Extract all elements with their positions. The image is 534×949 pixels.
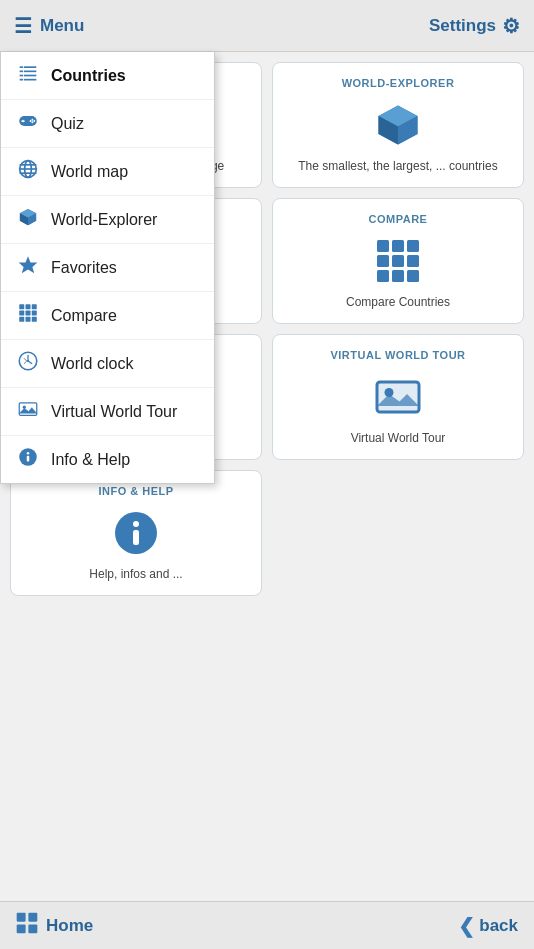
image-icon [374,373,422,421]
svg-rect-29 [133,530,139,545]
image-dropdown-icon [17,399,39,424]
gear-icon: ⚙ [502,14,520,38]
menu-button[interactable]: ☰ Menu [14,14,84,38]
dropdown-countries-label: Countries [51,67,126,85]
svg-rect-19 [392,270,404,282]
svg-rect-36 [20,79,23,81]
dropdown-item-world-clock[interactable]: World clock [1,340,214,388]
settings-button[interactable]: Settings ⚙ [429,14,520,38]
svg-rect-33 [24,71,37,73]
home-button[interactable]: Home [16,912,93,939]
svg-rect-16 [392,255,404,267]
svg-point-41 [31,119,33,121]
svg-rect-31 [24,66,37,68]
svg-point-44 [30,120,32,122]
dropdown-quiz-label: Quiz [51,115,84,133]
home-label: Home [46,916,93,936]
table-icon [17,303,39,328]
card-world-explorer-title: WORLD-EXPLORER [342,77,455,89]
cube-dropdown-icon [17,207,39,232]
cube-icon [374,101,422,149]
svg-rect-13 [392,240,404,252]
back-button[interactable]: ❮ back [458,914,518,938]
svg-rect-32 [20,71,23,73]
bottom-bar: Home ❮ back [0,901,534,949]
dropdown-menu: Countries Quiz World map [0,52,215,484]
svg-point-28 [133,521,139,527]
star-dropdown-icon [17,255,39,280]
home-grid-icon [16,912,38,939]
svg-rect-74 [28,924,37,933]
svg-rect-59 [26,311,31,316]
svg-rect-57 [32,304,37,309]
dropdown-favorites-label: Favorites [51,259,117,277]
card-compare[interactable]: COMPARE Compare Countries [272,198,524,324]
svg-rect-62 [26,317,31,322]
settings-label: Settings [429,16,496,36]
top-bar: ☰ Menu Settings ⚙ [0,0,534,52]
svg-rect-25 [377,382,419,412]
card-world-explorer-label: The smallest, the largest, ... countries [298,159,497,173]
svg-rect-58 [19,311,24,316]
svg-rect-37 [24,79,37,81]
dropdown-item-quiz[interactable]: Quiz [1,100,214,148]
dropdown-item-info-help[interactable]: Info & Help [1,436,214,483]
svg-rect-72 [28,913,37,922]
svg-rect-60 [32,311,37,316]
svg-rect-17 [407,255,419,267]
back-label: back [479,916,518,936]
card-info-help-title: INFO & HELP [98,485,173,497]
svg-rect-18 [377,270,389,282]
grid-icon [374,237,422,285]
svg-rect-34 [20,75,23,77]
svg-rect-30 [20,66,23,68]
dropdown-compare-label: Compare [51,307,117,325]
dropdown-info-help-label: Info & Help [51,451,130,469]
svg-point-42 [33,120,35,122]
svg-rect-35 [24,75,37,77]
card-virtual-tour[interactable]: VIRTUAL WORLD TOUR Virtual World Tour [272,334,524,460]
card-world-explorer[interactable]: WORLD-EXPLORER The smallest, the largest… [272,62,524,188]
info-dropdown-icon [17,447,39,472]
dropdown-item-world-map[interactable]: World map [1,148,214,196]
svg-rect-71 [17,913,26,922]
svg-rect-40 [21,120,25,121]
svg-rect-73 [17,924,26,933]
dropdown-world-clock-label: World clock [51,355,133,373]
svg-marker-54 [19,256,38,273]
clock-dropdown-icon [17,351,39,376]
card-virtual-tour-label: Virtual World Tour [351,431,446,445]
dropdown-item-virtual-tour[interactable]: Virtual World Tour [1,388,214,436]
svg-rect-20 [407,270,419,282]
dropdown-item-world-explorer[interactable]: World-Explorer [1,196,214,244]
svg-rect-15 [377,255,389,267]
svg-rect-56 [26,304,31,309]
dropdown-virtual-tour-label: Virtual World Tour [51,403,177,421]
info-icon [112,509,160,557]
globe-icon [17,159,39,184]
menu-label: Menu [40,16,84,36]
quiz-dropdown-icon [17,111,39,136]
svg-rect-63 [32,317,37,322]
dropdown-world-map-label: World map [51,163,128,181]
svg-point-43 [31,121,33,123]
card-virtual-tour-title: VIRTUAL WORLD TOUR [330,349,465,361]
dropdown-world-explorer-label: World-Explorer [51,211,157,229]
dropdown-item-countries[interactable]: Countries [1,52,214,100]
card-compare-title: COMPARE [369,213,428,225]
svg-rect-14 [407,240,419,252]
hamburger-icon: ☰ [14,14,32,38]
svg-rect-61 [19,317,24,322]
svg-rect-12 [377,240,389,252]
chevron-left-icon: ❮ [458,914,475,938]
svg-rect-70 [27,456,30,462]
svg-point-69 [27,452,30,455]
list-icon [17,63,39,88]
dropdown-item-compare[interactable]: Compare [1,292,214,340]
dropdown-item-favorites[interactable]: Favorites [1,244,214,292]
card-compare-label: Compare Countries [346,295,450,309]
card-info-help-label: Help, infos and ... [89,567,182,581]
svg-rect-55 [19,304,24,309]
card-info-help[interactable]: INFO & HELP Help, infos and ... [10,470,262,596]
